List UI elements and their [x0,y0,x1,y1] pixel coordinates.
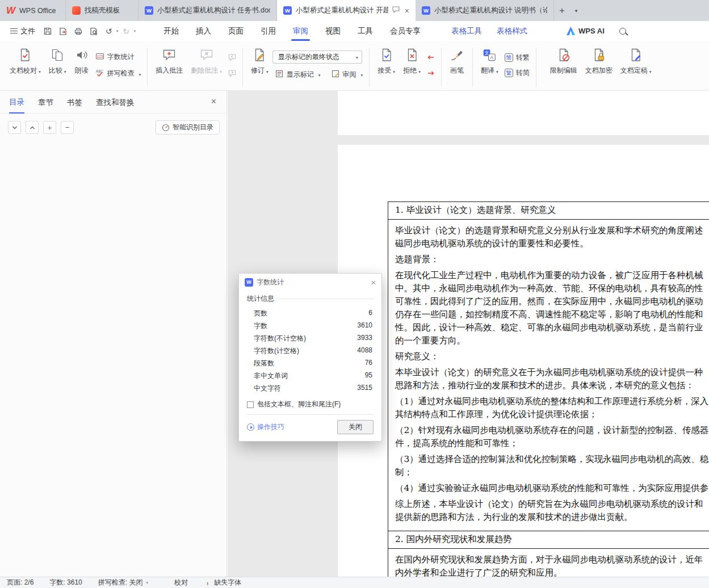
previous-change-button[interactable] [425,52,437,63]
document-page-2[interactable]: 1. 毕业设计（论文）选题背景、研究意义 毕业设计（论文）的选题背景和研究意义分… [338,145,709,577]
previous-comment-button[interactable] [226,52,238,63]
paragraph[interactable]: 在现代化工业生产过程中，电动机作为重要的动力设备，被广泛应用于各种机械 中。其中… [395,269,709,347]
proofread-status[interactable]: 校对 [174,578,188,587]
collapse-chevron-up-icon[interactable] [26,121,39,134]
finalize-document-button[interactable]: 文档定稿 [616,44,656,86]
tab-catalog[interactable]: 目录 [9,91,24,114]
next-change-button[interactable] [425,68,437,79]
compare-button[interactable]: 比较 [45,44,70,86]
markup-state-combobox[interactable]: 显示标记的最终状态 [272,51,362,64]
wps-home-label: WPS Office [19,7,56,15]
tab-tools[interactable]: 工具 [349,21,381,41]
document-tab-3[interactable]: W 小型桥式起重机机构设计 说明书（论... [416,0,554,21]
undo-chevron-icon[interactable] [116,29,119,33]
reject-change-button[interactable]: 拒绝 [399,44,425,86]
stat-label: 字数 [254,321,267,331]
restrict-editing-button[interactable]: 限制编辑 [546,44,581,86]
checkbox-icon[interactable] [247,401,254,408]
close-tab-icon[interactable] [405,6,409,15]
stat-value: 95 [365,371,372,381]
tips-link[interactable]: 操作技巧 [247,422,284,432]
tab-page[interactable]: 页面 [220,21,252,41]
redo-button[interactable] [119,24,133,38]
section-1-heading[interactable]: 1. 毕业设计（论文）选题背景、研究意义 [388,202,709,220]
new-tab-button[interactable] [554,0,570,21]
paragraph[interactable]: 在国内外研究现状和发展趋势方面，对于永磁同步电动机驱动系统的设计，近年 内外学者… [395,553,709,577]
paragraph[interactable]: 综上所述，本毕业设计（论文）的研究旨在为永磁同步电动机驱动系统的设计和 提供新的… [395,498,709,524]
zoom-out-minus-button[interactable]: − [61,121,74,134]
tab-find-replace[interactable]: 查找和替换 [96,91,135,113]
paragraph[interactable]: （4）通过实验验证永磁同步电动机驱动系统的性能和可靠性，为实际应用提供参 [395,482,709,495]
include-textboxes-checkbox[interactable]: 包括文本框、脚注和尾注(F) [247,400,374,409]
section-2-heading[interactable]: 2. 国内外研究现状和发展趋势 [388,531,709,549]
document-tab-1[interactable]: W 小型桥式起重机机构设计 任务书.doc [139,0,277,21]
print-button[interactable] [71,24,85,38]
translate-button[interactable]: 文A 翻译 [477,44,502,86]
show-markup-button[interactable]: 显示标记 [272,69,323,81]
dialog-title-bar[interactable]: W 字数统计 [239,274,381,291]
print-preview-button[interactable] [86,24,100,38]
spell-check-button[interactable]: ABC 拼写检查 [93,68,144,79]
paragraph[interactable]: （2）针对现有永磁同步电动机驱动系统存在的问题，设计新型的控制器、传感器 件，提… [395,424,709,450]
chevron-down-icon [266,67,269,75]
page-indicator[interactable]: 页面: 2/6 [7,578,33,587]
tab-table-style[interactable]: 表格样式 [489,21,535,41]
section-2-body[interactable]: 在国内外研究现状和发展趋势方面，对于永磁同步电动机驱动系统的设计，近年 内外学者… [388,549,709,577]
export-pdf-button[interactable] [56,24,70,38]
traditional-to-simplified-button[interactable]: 繁 转简 [502,68,532,78]
tab-home[interactable]: 开始 [155,21,187,41]
wps-ai-button[interactable]: WPS AI [567,27,605,35]
stat-value: 3933 [357,334,372,343]
section-1-body[interactable]: 毕业设计（论文）的选题背景和研究意义分别从行业发展和学术研究的角度阐述 磁同步电… [388,220,709,531]
tab-chapters[interactable]: 章节 [38,91,53,113]
tab-view[interactable]: 视图 [317,21,349,41]
next-comment-button[interactable] [226,68,238,79]
save-button[interactable] [40,24,54,38]
restrict-editing-icon [556,46,571,64]
tab-membership[interactable]: 会员专享 [381,21,429,41]
template-store-tab[interactable]: 找稿壳模板 [66,0,139,21]
track-changes-button[interactable]: 修订 [247,44,272,86]
expand-chevron-down-icon[interactable] [8,121,21,134]
wps-home-tab[interactable]: W WPS Office [0,0,66,21]
spell-check-label: 拼写检查 [107,69,135,78]
tab-review-active[interactable]: 审阅 [284,21,317,41]
document-tab-2-active[interactable]: W 小型桥式起重机机构设计 开题 [277,0,416,21]
spell-check-status[interactable]: 拼写检查: 关闭 [98,578,148,587]
insert-comment-button[interactable]: 插入批注 [152,44,187,86]
word-count-indicator[interactable]: 字数: 3610 [49,578,82,587]
file-menu-button[interactable]: 文件 [6,26,40,36]
zoom-in-plus-button[interactable]: ＋ [43,121,56,134]
redo-chevron-icon[interactable] [134,29,136,33]
accept-change-button[interactable]: 接受 [374,44,399,86]
smart-catalog-button[interactable]: 智能识别目录 [156,120,220,135]
paragraph[interactable]: 研究意义： [395,350,709,363]
search-icon[interactable] [619,28,626,35]
word-count-button[interactable]: 123 字数统计 [93,51,144,63]
chevron-down-icon [496,67,498,75]
read-aloud-button[interactable]: 朗读 [70,44,93,86]
missing-font-warning[interactable]: ! 缺失字体 [204,578,241,587]
close-pane-icon[interactable] [211,96,216,107]
doc-proof-button[interactable]: 文档校对 [6,44,45,86]
close-dialog-icon[interactable] [371,278,376,287]
paragraph[interactable]: 选题背景： [395,253,709,266]
tab-table-tools[interactable]: 表格工具 [444,21,489,41]
close-button[interactable]: 关闭 [337,420,374,434]
simplified-to-traditional-button[interactable]: 简 转繁 [502,52,532,63]
tab-reference[interactable]: 引用 [252,21,284,41]
paragraph[interactable]: （1）通过对永磁同步电动机驱动系统的整体结构和工作原理进行系统分析，深入 其结构… [395,395,709,421]
document-table[interactable]: 1. 毕业设计（论文）选题背景、研究意义 毕业设计（论文）的选题背景和研究意义分… [388,201,709,577]
review-options-button[interactable]: 审阅 [329,69,366,81]
paragraph[interactable]: 本毕业设计（论文）的研究意义在于为永磁同步电动机驱动系统的设计提供一种 思路和方… [395,366,709,392]
document-page-1-bottom[interactable] [338,91,709,135]
ink-brush-button[interactable]: 画笔 [446,44,468,86]
tab-bookmarks[interactable]: 书签 [67,91,82,113]
paragraph[interactable]: 毕业设计（论文）的选题背景和研究意义分别从行业发展和学术研究的角度阐述 磁同步电… [395,224,709,250]
tab-insert[interactable]: 插入 [187,21,220,41]
paragraph[interactable]: （3）通过选择合适的控制算法和优化控制策略，实现永磁同步电动机的高效、稳 制； [395,453,709,479]
tab-list-chevron-icon[interactable] [570,0,582,21]
delete-comment-button[interactable]: 删除批注 [187,44,226,86]
encrypt-document-button[interactable]: 文档加密 [581,44,616,86]
undo-button[interactable] [102,24,116,38]
